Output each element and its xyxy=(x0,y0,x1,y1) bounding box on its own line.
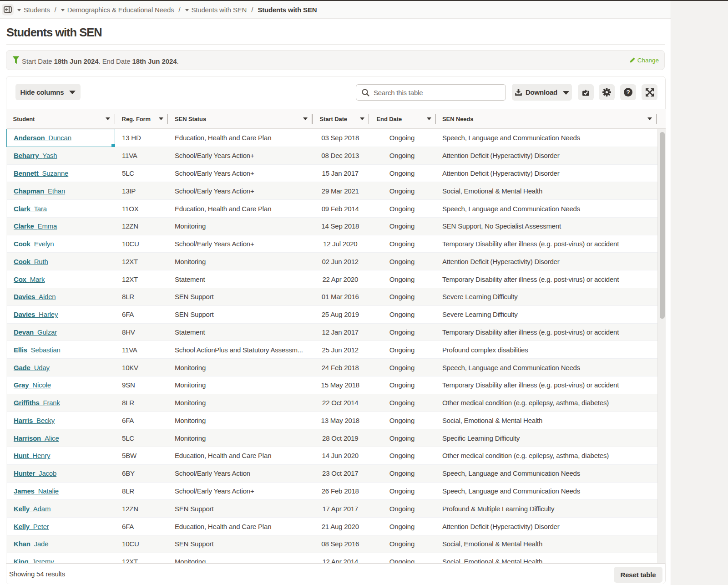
svg-text:?: ? xyxy=(626,89,630,96)
